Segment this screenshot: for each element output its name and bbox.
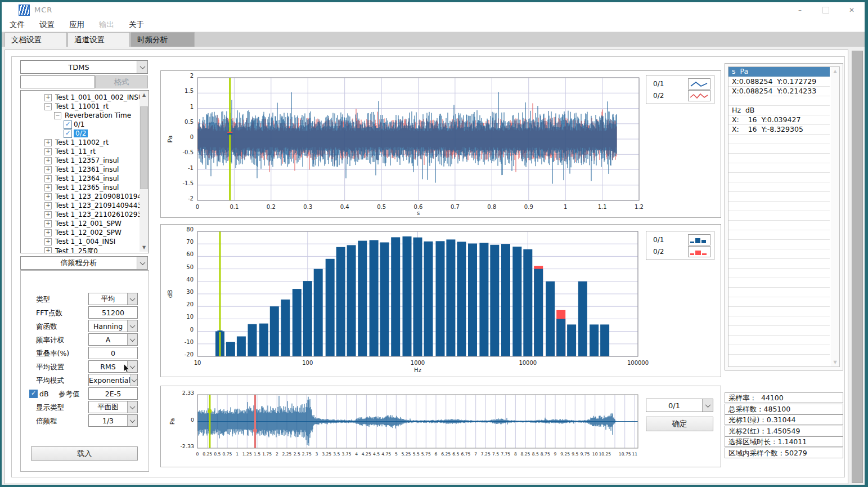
tree-item[interactable]: +Test 1_001_001_002_INSU [21, 93, 138, 102]
tree-item[interactable]: +Test 1_12361_insul [21, 165, 138, 174]
menu-item-1[interactable]: 设置 [39, 20, 55, 30]
tab-2[interactable]: 时频分析 [131, 32, 195, 47]
tree-scrollbar-thumb[interactable] [140, 106, 148, 189]
menu-item-0[interactable]: 文件 [10, 20, 25, 30]
overview-waveform-chart[interactable]: 00.250.50.7511.251.51.7522.252.52.7533.2… [160, 386, 721, 467]
tree-item[interactable]: +Test 1_12364_insul [21, 174, 138, 183]
chevron-down-icon[interactable] [127, 320, 137, 332]
cursor-list-item[interactable]: X:0.088254 Y:0.214233 [728, 87, 830, 96]
cursor-list-item[interactable] [728, 297, 830, 307]
cursor-list-item[interactable] [728, 211, 830, 221]
field-control-9[interactable]: 1/3 [88, 414, 138, 427]
expand-icon[interactable]: + [44, 229, 52, 236]
reference-value-input[interactable]: 2E-5 [88, 387, 138, 400]
tree-item[interactable]: ✓0/1 [21, 120, 138, 129]
file-tree[interactable]: +Test 1_001_001_002_INSU−Test 1_11001_rt… [20, 90, 149, 253]
filter-input[interactable] [20, 75, 95, 88]
tree-item[interactable]: +Test 1_123_210908101941_spw [21, 192, 138, 201]
cursor-list-item[interactable]: X: 16 Y:-8.329305 [728, 125, 830, 135]
expand-icon[interactable]: + [44, 157, 52, 164]
cursor-list-item[interactable] [728, 221, 830, 230]
cursor-list-item[interactable] [728, 288, 830, 297]
analysis-type-select[interactable]: 倍频程分析 [20, 256, 148, 270]
file-format-select[interactable]: TDMS [20, 60, 148, 74]
field-control-2[interactable]: Hanning [88, 320, 138, 332]
window-scrollbar[interactable] [852, 51, 863, 483]
minimize-button[interactable]: – [787, 2, 813, 18]
cursor-list-item[interactable] [728, 163, 830, 173]
expand-icon[interactable]: + [44, 139, 52, 146]
cursor-list-item[interactable]: X:0.088254 Y:0.172729 [728, 77, 830, 87]
time-chart-canvas[interactable]: 00.10.20.30.40.50.60.70.80.911.11.221.51… [161, 71, 719, 216]
cursor-list-item[interactable] [728, 269, 830, 278]
cursor-list-item[interactable] [728, 307, 830, 316]
chevron-down-icon[interactable] [127, 293, 137, 305]
expand-icon[interactable]: + [44, 193, 52, 200]
tree-item[interactable]: +Test 1_12_002_SPW [21, 228, 138, 237]
expand-icon[interactable]: + [44, 238, 52, 245]
cursor-list-item[interactable] [728, 278, 830, 288]
maximize-button[interactable] [813, 2, 839, 18]
expand-icon[interactable]: + [44, 211, 52, 218]
cursor-list-item[interactable] [728, 326, 830, 336]
expand-icon[interactable]: + [44, 148, 52, 155]
tree-item[interactable]: +Test 1_123_211026102932_spw [21, 210, 138, 219]
expand-icon[interactable]: + [44, 166, 52, 173]
cursor-values-list[interactable]: s PaX:0.088254 Y:0.172729X:0.088254 Y:0.… [728, 66, 840, 367]
field-control-4[interactable]: 0 [88, 347, 138, 359]
load-button[interactable]: 载入 [31, 446, 138, 461]
cursor-list-item[interactable] [728, 240, 830, 249]
tab-1[interactable]: 通道设置 [68, 32, 130, 47]
octave-spectrum-chart[interactable]: 1010010001000010000080706050403020100-10… [160, 224, 721, 377]
tree-item[interactable]: +Test 1_1_004_INSI [21, 237, 138, 246]
menu-item-4[interactable]: 关于 [129, 20, 144, 30]
db-checkbox[interactable]: ✓ [29, 390, 38, 398]
field-control-0[interactable]: 平均 [88, 293, 138, 305]
chevron-down-icon[interactable] [127, 334, 137, 345]
chevron-down-icon[interactable] [127, 401, 137, 413]
tree-item[interactable]: +Test 1_11_rt [21, 147, 138, 156]
cursor-list-item[interactable] [728, 135, 830, 144]
cursor-list-item[interactable] [728, 173, 830, 182]
tree-item[interactable]: ✓0/2 [21, 129, 138, 138]
cursor-list-item[interactable]: X: 16 Y:0.039427 [728, 115, 830, 125]
cursor-list-item[interactable] [728, 259, 830, 269]
expand-icon[interactable]: + [44, 94, 52, 101]
checkbox-checked-icon[interactable]: ✓ [64, 120, 72, 129]
cursor-list-item[interactable] [728, 345, 830, 355]
expand-icon[interactable]: + [44, 175, 52, 182]
tree-item[interactable]: +Test 1_11002_rt [21, 138, 138, 147]
tree-item[interactable]: +Test 1_123_210914094435_spw [21, 201, 138, 210]
cursor-list-item[interactable] [728, 144, 830, 154]
cursor-list-item[interactable] [728, 230, 830, 240]
field-control-8[interactable]: 平面图 [88, 401, 138, 413]
chevron-down-icon[interactable] [131, 374, 137, 386]
chevron-down-icon[interactable] [702, 399, 713, 412]
expand-icon[interactable]: + [44, 247, 52, 253]
field-control-3[interactable]: A [88, 333, 138, 346]
cursor-list-item[interactable] [728, 182, 830, 192]
tree-item[interactable]: −Reverberation Time [21, 111, 138, 120]
cursor-list-item[interactable] [728, 249, 830, 259]
tree-scrollbar[interactable]: ▲▼ [140, 91, 149, 252]
channel-select[interactable]: 0/1 [646, 399, 713, 412]
chevron-down-icon[interactable] [127, 415, 137, 426]
scroll-down-icon[interactable]: ▼ [140, 243, 149, 252]
expand-icon[interactable]: + [44, 202, 52, 209]
confirm-button[interactable]: 确定 [646, 417, 713, 431]
menu-item-2[interactable]: 应用 [69, 20, 84, 30]
tree-item[interactable]: +Test 1_12357_insul [21, 156, 138, 165]
cursor-list-item[interactable] [728, 336, 830, 345]
tree-item[interactable]: +Test 1_25度0 [21, 246, 138, 253]
info-scrollbar[interactable]: ▲▼ [831, 67, 839, 367]
cursor-list-item[interactable] [728, 96, 830, 106]
tree-item[interactable]: +Test 1_12_001_SPW [21, 219, 138, 228]
chevron-down-icon[interactable] [137, 61, 147, 73]
tree-item[interactable]: +Test 1_12365_insul [21, 183, 138, 192]
expand-icon[interactable]: + [44, 184, 52, 191]
tree-item[interactable]: −Test 1_11001_rt [21, 102, 138, 111]
tab-0[interactable]: 文档设置 [5, 32, 67, 47]
cursor-list-item[interactable] [728, 202, 830, 211]
cursor-list-item[interactable]: Hz dB [728, 106, 830, 115]
cursor-list-item[interactable] [728, 192, 830, 202]
